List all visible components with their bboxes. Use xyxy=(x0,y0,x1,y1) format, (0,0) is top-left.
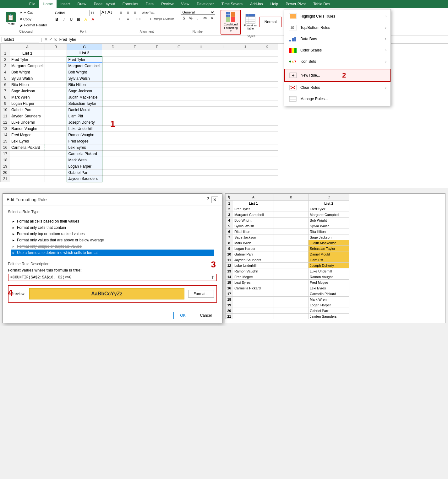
cell-c21[interactable]: Jayden Saunders xyxy=(67,176,102,182)
cell-i18[interactable] xyxy=(212,157,234,163)
cell-j5[interactable] xyxy=(234,75,256,82)
cell-f2[interactable] xyxy=(146,57,168,63)
cell-b9[interactable] xyxy=(45,100,67,107)
tab-page-layout[interactable]: Page Layout xyxy=(90,0,118,8)
cell-h12[interactable] xyxy=(190,119,212,126)
cell-f10[interactable] xyxy=(146,107,168,113)
cell-d3[interactable] xyxy=(102,63,124,69)
cell-b6[interactable] xyxy=(45,82,67,88)
cell-c18[interactable]: Mark Wren xyxy=(67,157,102,163)
mini-cell-c3[interactable]: Margaret Campbell xyxy=(309,212,349,218)
cell-g6[interactable] xyxy=(168,82,190,88)
cell-c6[interactable]: Rita Hilton xyxy=(67,82,102,88)
cell-i21[interactable] xyxy=(212,176,234,182)
mini-cell-b16[interactable] xyxy=(274,285,309,291)
tab-table-des[interactable]: Table Des xyxy=(309,0,334,8)
cell-d18[interactable] xyxy=(102,157,124,163)
cell-a8[interactable]: Mark Wren xyxy=(10,94,45,100)
ok-button[interactable]: OK xyxy=(173,312,192,319)
mini-cell-b5[interactable] xyxy=(274,223,309,229)
cell-k20[interactable] xyxy=(256,170,278,176)
increase-font-button[interactable]: A↑ xyxy=(101,10,107,16)
cell-d16[interactable] xyxy=(102,144,124,151)
col-header-g[interactable]: G xyxy=(168,44,190,50)
mini-cell-a3[interactable]: Margaret Campbell xyxy=(233,212,274,218)
cell-c2[interactable]: Fred Tyler xyxy=(67,57,102,63)
align-right-button[interactable]: ⟶ xyxy=(132,16,138,22)
cell-j10[interactable] xyxy=(234,107,256,113)
mini-cell-b2[interactable] xyxy=(274,206,309,212)
cell-f15[interactable] xyxy=(146,138,168,144)
cell-k3[interactable] xyxy=(256,63,278,69)
cell-i17[interactable] xyxy=(212,151,234,157)
cell-e10[interactable] xyxy=(124,107,146,113)
mini-cell-a19[interactable] xyxy=(233,302,274,308)
cell-j13[interactable] xyxy=(234,126,256,132)
cell-j1[interactable] xyxy=(234,50,256,57)
cell-k12[interactable] xyxy=(256,119,278,126)
insert-function-button[interactable]: fx xyxy=(54,37,57,42)
cell-b21[interactable] xyxy=(45,176,67,182)
cell-i15[interactable] xyxy=(212,138,234,144)
cell-j7[interactable] xyxy=(234,88,256,94)
mini-cell-a7[interactable]: Sage Jackson xyxy=(233,234,274,240)
cell-b5[interactable] xyxy=(45,75,67,82)
cell-f3[interactable] xyxy=(146,63,168,69)
mini-cell-c21[interactable]: Jayden Saunders xyxy=(309,314,349,319)
cell-k1[interactable] xyxy=(256,50,278,57)
cell-f18[interactable] xyxy=(146,157,168,163)
cell-g2[interactable] xyxy=(168,57,190,63)
cell-g16[interactable] xyxy=(168,144,190,151)
cell-h7[interactable] xyxy=(190,88,212,94)
italic-button[interactable]: I xyxy=(61,17,67,22)
cell-f11[interactable] xyxy=(146,113,168,119)
mini-col-b[interactable]: B xyxy=(274,194,309,201)
col-header-b[interactable]: B xyxy=(45,44,67,50)
mini-cell-a12[interactable]: Luke Underhill xyxy=(233,263,274,268)
mini-cell-a9[interactable]: Logan Harper xyxy=(233,246,274,251)
cell-h10[interactable] xyxy=(190,107,212,113)
align-top-right-button[interactable]: ≡ xyxy=(132,10,138,15)
cell-e14[interactable] xyxy=(124,132,146,138)
cell-a19[interactable] xyxy=(10,163,45,170)
cell-g12[interactable] xyxy=(168,119,190,126)
rule-type-above-below[interactable]: ► Format only values that are above or b… xyxy=(11,237,214,243)
cell-f21[interactable] xyxy=(146,176,168,182)
cell-h21[interactable] xyxy=(190,176,212,182)
mini-cell-b13[interactable] xyxy=(274,268,309,274)
cell-a9[interactable]: Logan Harper xyxy=(10,100,45,107)
font-size-input[interactable] xyxy=(89,10,101,16)
cell-g8[interactable] xyxy=(168,94,190,100)
fill-color-button[interactable]: A xyxy=(83,17,89,22)
cell-h6[interactable] xyxy=(190,82,212,88)
cell-g1[interactable] xyxy=(168,50,190,57)
currency-button[interactable]: $ xyxy=(181,15,187,21)
cell-a4[interactable]: Bob Wright xyxy=(10,69,45,75)
mini-cell-b18[interactable] xyxy=(274,297,309,302)
indent-inc-button[interactable]: ⟶ xyxy=(145,16,152,22)
cell-j6[interactable] xyxy=(234,82,256,88)
cell-h14[interactable] xyxy=(190,132,212,138)
tab-power-pivot[interactable]: Power Pivot xyxy=(282,0,309,8)
cell-c1[interactable]: List 2 xyxy=(67,50,102,57)
cell-g10[interactable] xyxy=(168,107,190,113)
mini-cell-c18[interactable]: Mark Wren xyxy=(309,297,349,302)
cf-icon-sets-item[interactable]: Icon Sets › xyxy=(284,56,391,67)
decrease-font-button[interactable]: A↓ xyxy=(107,10,112,16)
cell-e7[interactable] xyxy=(124,88,146,94)
cell-j17[interactable] xyxy=(234,151,256,157)
mini-col-c[interactable]: C xyxy=(309,194,349,201)
cell-a14[interactable]: Fred Mcgee xyxy=(10,132,45,138)
cell-e12[interactable] xyxy=(124,119,146,126)
mini-cell-b15[interactable] xyxy=(274,280,309,285)
cell-a10[interactable]: Gabriel Parr xyxy=(10,107,45,113)
cell-i4[interactable] xyxy=(212,69,234,75)
name-box[interactable] xyxy=(2,37,39,42)
cell-e2[interactable] xyxy=(124,57,146,63)
cell-b14[interactable] xyxy=(45,132,67,138)
mini-cell-a1[interactable]: List 1 xyxy=(233,201,274,206)
cell-f7[interactable] xyxy=(146,88,168,94)
mini-cell-c20[interactable]: Gabriel Parr xyxy=(309,308,349,314)
cell-g20[interactable] xyxy=(168,170,190,176)
cell-b4[interactable] xyxy=(45,69,67,75)
